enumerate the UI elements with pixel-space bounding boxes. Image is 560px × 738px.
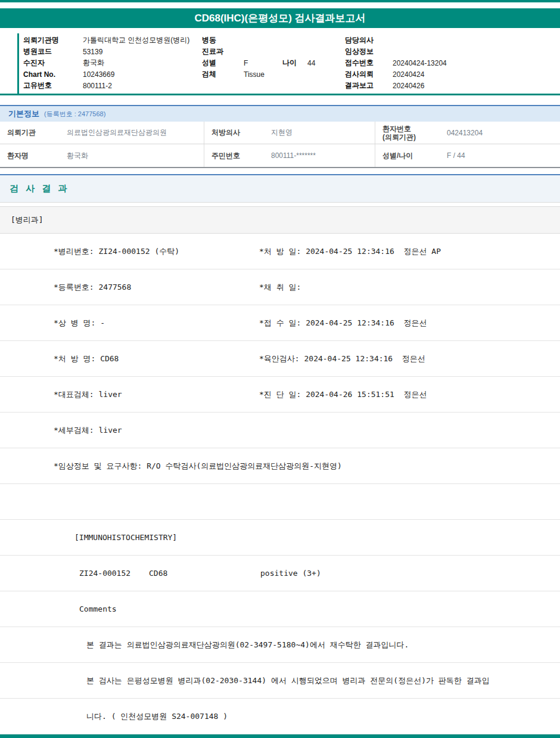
basic-info-title: 기본정보 (8, 108, 39, 119)
meta-label: 성별 (202, 58, 244, 68)
report-page: CD68(IHC)(은평성모) 검사결과보고서 의뢰기관명 가톨릭대학교 인천성… (0, 0, 560, 738)
registration-no-text: *등록번호: 2477568 (0, 282, 259, 293)
meta-value: 53139 (83, 48, 102, 56)
result-row-comment-1: 본 결과는 의료법인삼광의료재단삼광의원(02-3497-5180~4)에서 재… (0, 627, 560, 663)
meta-sex-value: F (244, 59, 282, 67)
meta-column-right: 담당의사 임상정보 접수번호 20240424-13204 검사의뢰 20240… (345, 35, 560, 91)
gross-exam-datetime-text: *육안검사: 2024-04-25 12:34:16 정은선 (259, 354, 560, 364)
meta-value: Tissue (244, 70, 265, 79)
meta-age-value: 44 (307, 59, 315, 67)
sub-specimen-text: *세부검체: liver (0, 425, 259, 436)
bi-resident-no-label: 주민번호 (204, 144, 264, 167)
spacer-row (0, 484, 560, 520)
order-datetime-text: *처 방 일: 2024-04-25 12:34:16 정은선 AP (259, 246, 560, 257)
teal-divider (0, 94, 560, 95)
cell-text: 주민번호 (211, 151, 240, 161)
basic-info-row-1: 의뢰기관 의료법인삼광의료재단삼광의원 처방의사 지현영 환자번호 (의뢰기관)… (0, 122, 560, 144)
result-row-disease-name: *상 병 명: - *접 수 일: 2024-04-25 12:34:16 정은… (0, 305, 560, 341)
result-row-registration-no: *등록번호: 2477568 *채 취 일: (0, 269, 560, 305)
basic-info-row-2: 환자명 황국화 주민번호 800111-******* 성별/나이 F / 44 (0, 144, 560, 167)
department-text: [병리과] (11, 215, 43, 225)
main-specimen-text: *대표검체: liver (0, 389, 259, 400)
ihc-specimen-no: ZI24-000152 (0, 569, 149, 578)
bi-referring-org-label: 의뢰기관 (0, 122, 60, 144)
basic-info-section-header: 기본정보 (등록번호 : 2477568) (0, 105, 560, 122)
meta-value: 10243669 (83, 70, 114, 79)
meta-label: Chart No. (23, 70, 83, 79)
bottom-accent-bar (0, 734, 560, 738)
bi-patient-no-label: 환자번호 (의뢰기관) (375, 122, 440, 144)
cell-text: 환자명 (7, 151, 29, 161)
meta-age-label: 나이 (282, 58, 307, 68)
meta-patient-row: 수진자 황국화 (23, 57, 202, 69)
basic-info-registration-no: (등록번호 : 2477568) (44, 110, 105, 119)
result-row-pathology-no: *병리번호: ZI24-000152 (수탁) *처 방 일: 2024-04-… (0, 234, 560, 269)
meta-value: 20240424-13204 (393, 59, 447, 67)
top-accent-bar (0, 0, 560, 2)
report-title-bar: CD68(IHC)(은평성모) 검사결과보고서 (0, 8, 560, 28)
ihc-test-name: CD68 (149, 569, 260, 578)
comments-label: Comments (0, 604, 117, 613)
cell-text: 처방의사 (211, 128, 240, 138)
meta-value: 20240424 (393, 70, 424, 79)
meta-attending-doctor-row: 담당의사 (345, 35, 560, 46)
bi-sex-age-value: F / 44 (440, 144, 560, 167)
meta-specimen-row: 검체 Tissue (202, 69, 345, 80)
cell-text: 의뢰기관 (7, 128, 36, 138)
meta-department-row: 진료과 (202, 46, 345, 57)
result-row-ihc-result: ZI24-000152 CD68 positive (3+) (0, 556, 560, 591)
result-row-comments-label: Comments (0, 591, 560, 627)
ihc-section-label: [IMMUNOHISTOCHEMISTRY] (0, 533, 177, 542)
cell-text-line1: 환자번호 (382, 125, 416, 133)
meta-label: 검체 (202, 69, 244, 79)
meta-report-date-row: 결과보고 20240426 (345, 80, 560, 91)
meta-label: 고유번호 (23, 80, 83, 91)
meta-label: 접수번호 (345, 58, 393, 68)
department-row: [병리과] (0, 206, 560, 234)
meta-chart-no-row: Chart No. 10243669 (23, 69, 202, 80)
meta-label: 결과보고 (345, 80, 393, 91)
results-area: [병리과] *병리번호: ZI24-000152 (수탁) *처 방 일: 20… (0, 206, 560, 734)
meta-receipt-no-row: 접수번호 20240424-13204 (345, 57, 560, 69)
pathology-no-text: *병리번호: ZI24-000152 (수탁) (0, 246, 259, 257)
meta-label: 검사의뢰 (345, 69, 393, 79)
meta-label: 병동 (202, 35, 244, 45)
order-name-text: *처 방 명: CD68 (0, 354, 259, 364)
comment-line-2: 본 검사는 은평성모병원 병리과(02-2030-3144) 에서 시행되었으며… (0, 675, 490, 686)
cell-text: 042413204 (447, 129, 483, 137)
meta-label: 수진자 (23, 58, 83, 68)
meta-label: 담당의사 (345, 35, 393, 45)
meta-sex-age-row: 성별 F 나이 44 (202, 57, 345, 69)
result-row-main-specimen: *대표검체: liver *진 단 일: 2024-04-26 15:51:51… (0, 377, 560, 413)
cell-text: 800111-******* (271, 151, 316, 160)
cell-text-line2: (의뢰기관) (382, 133, 416, 141)
meta-column-left: 의뢰기관명 가톨릭대학교 인천성모병원(병리) 병원코드 53139 수진자 황… (23, 35, 202, 91)
meta-value: 20240426 (393, 82, 424, 90)
result-row-comment-2: 본 검사는 은평성모병원 병리과(02-2030-3144) 에서 시행되었으며… (0, 663, 560, 699)
disease-name-text: *상 병 명: - (0, 318, 259, 328)
meta-ward-row: 병동 (202, 35, 345, 46)
cell-text: F / 44 (447, 151, 465, 160)
collection-date-text: *채 취 일: (259, 282, 560, 293)
meta-clinical-info-row: 임상정보 (345, 46, 560, 57)
meta-order-date-row: 검사의뢰 20240424 (345, 69, 560, 80)
bi-patient-no-value: 042413204 (440, 122, 560, 144)
comment-line-3: 니다. ( 인천성모병원 S24-007148 ) (0, 711, 228, 722)
meta-column-middle: 병동 진료과 성별 F 나이 44 검체 Tissue (202, 35, 345, 91)
meta-label: 병원코드 (23, 46, 83, 57)
meta-value: 가톨릭대학교 인천성모병원(병리) (83, 35, 189, 45)
result-row-ihc-header: [IMMUNOHISTOCHEMISTRY] (0, 520, 560, 556)
ihc-result-value: positive (3+) (260, 569, 560, 578)
patient-meta-block: 의뢰기관명 가톨릭대학교 인천성모병원(병리) 병원코드 53139 수진자 황… (17, 33, 560, 94)
cell-text: 환자번호 (의뢰기관) (382, 125, 416, 141)
result-row-sub-specimen: *세부검체: liver (0, 413, 560, 448)
bi-prescribing-doctor-value: 지현영 (264, 122, 375, 144)
cell-text: 의료법인삼광의료재단삼광의원 (67, 128, 167, 138)
results-section-title: 검 사 결 과 (10, 183, 70, 194)
comment-line-1: 본 결과는 의료법인삼광의료재단삼광의원(02-3497-5180~4)에서 재… (0, 640, 409, 650)
bi-resident-no-value: 800111-******* (264, 144, 375, 167)
bi-referring-org-value: 의료법인삼광의료재단삼광의원 (60, 122, 204, 144)
bi-patient-name-label: 환자명 (0, 144, 60, 167)
result-row-comment-3: 니다. ( 인천성모병원 S24-007148 ) (0, 699, 560, 734)
receipt-datetime-text: *접 수 일: 2024-04-25 12:34:16 정은선 (259, 318, 560, 328)
